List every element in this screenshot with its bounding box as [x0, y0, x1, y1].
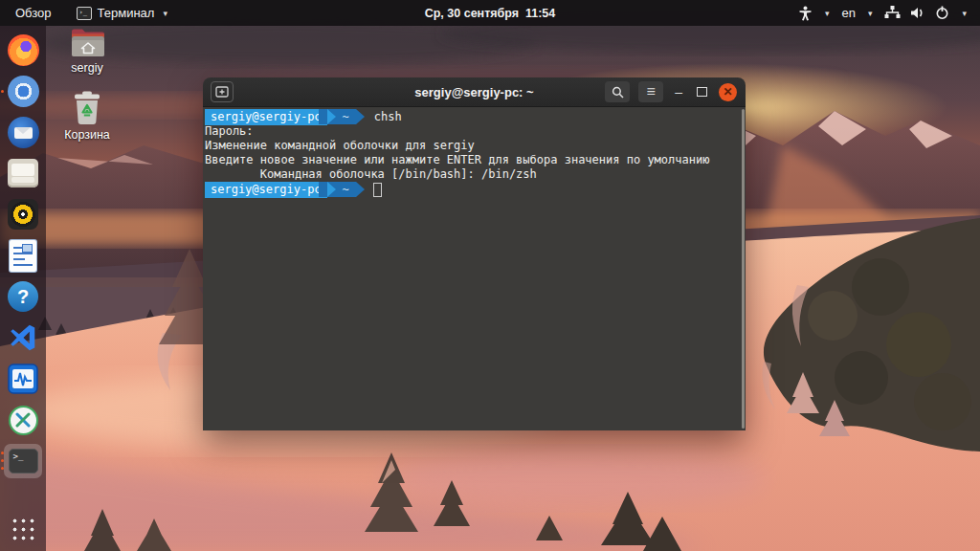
files-icon [8, 159, 38, 187]
dock-item-libreoffice-writer[interactable] [4, 238, 42, 273]
trash-icon [71, 91, 103, 125]
top-bar: Обзор ›_ Терминал ▾ Ср, 30 сентября 11:5… [0, 0, 980, 26]
dock: ? >_ [0, 26, 46, 551]
activities-label: Обзор [15, 6, 52, 20]
clock[interactable]: Ср, 30 сентября 11:54 [425, 7, 556, 20]
terminal-window: sergiy@sergiy-pc: ~ ≡ – ✕ sergiy@sergiy-… [203, 77, 746, 430]
close-icon: ✕ [723, 85, 732, 99]
chevron-down-icon: ▾ [163, 9, 167, 18]
thunderbird-icon [8, 117, 39, 148]
scrollbar-thumb[interactable] [742, 109, 746, 429]
command-text: chsh [374, 110, 402, 123]
terminal-content[interactable]: sergiy@sergiy-pc ~ chsh Пароль: Изменени… [203, 107, 746, 430]
chevron-down-icon: ▾ [825, 9, 830, 18]
terminal-output-line: Командная оболочка [/bin/bash]: /bin/zsh [205, 167, 736, 182]
volume-icon [910, 6, 925, 20]
prompt-user-host: sergiy@sergiy-pc [205, 182, 327, 198]
network-icon [884, 6, 901, 20]
help-question-icon: ? [8, 281, 38, 312]
x-app-icon [9, 406, 38, 435]
dock-item-files[interactable] [4, 156, 42, 190]
hamburger-menu-icon: ≡ [647, 83, 656, 100]
activities-button[interactable]: Обзор [0, 0, 67, 26]
keyboard-layout-label: en [841, 6, 855, 20]
chromium-icon [8, 76, 39, 107]
prompt-arrow-icon [327, 182, 336, 197]
scrollbar-track [740, 107, 746, 430]
dock-item-firefox[interactable] [4, 33, 42, 67]
desktop-icon-trash[interactable]: Корзина [56, 91, 119, 142]
chevron-down-icon: ▾ [962, 9, 967, 18]
chevron-down-icon: ▾ [868, 9, 873, 18]
prompt-path: ~ [336, 183, 356, 197]
prompt-arrow-icon [356, 109, 365, 124]
terminal-output-line: Пароль: [205, 124, 736, 139]
desktop-icon-home[interactable]: sergiy [56, 28, 119, 75]
vscode-icon [9, 323, 37, 352]
new-tab-icon [215, 86, 229, 98]
prompt-arrow-icon [356, 182, 365, 197]
terminal-output-line: Введите новое значение или нажмите ENTER… [205, 153, 736, 167]
prompt-arrow-icon [327, 109, 336, 124]
prompt-path: ~ [336, 110, 356, 124]
home-folder-icon [69, 28, 105, 58]
firefox-icon [8, 34, 39, 66]
prompt-line: sergiy@sergiy-pc ~ [205, 182, 736, 197]
minimize-button[interactable]: – [672, 84, 685, 99]
show-applications-button[interactable] [11, 517, 35, 541]
power-icon [935, 6, 949, 20]
accessibility-person-icon [798, 6, 813, 21]
search-button[interactable] [605, 81, 630, 102]
maximize-button[interactable] [697, 87, 707, 97]
speaker-icon [8, 199, 38, 230]
terminal-titlebar[interactable]: sergiy@sergiy-pc: ~ ≡ – ✕ [203, 77, 746, 107]
menu-button[interactable]: ≡ [638, 81, 663, 102]
dock-item-thunderbird[interactable] [4, 115, 42, 149]
system-status-menu[interactable]: ▾ [884, 6, 967, 20]
keyboard-layout-menu[interactable]: en ▾ [841, 6, 872, 20]
terminal-output-line: Изменение командной оболочки для sergiy [205, 139, 736, 153]
dock-item-help[interactable]: ? [4, 279, 42, 314]
close-button[interactable]: ✕ [719, 83, 737, 101]
search-icon [612, 86, 624, 99]
desktop-icon-label: sergiy [56, 61, 119, 75]
prompt-user-host: sergiy@sergiy-pc [205, 109, 327, 125]
dock-item-rhythmbox[interactable] [4, 197, 42, 231]
terminal-icon: >_ [9, 449, 38, 474]
prompt-line: sergiy@sergiy-pc ~ chsh [205, 109, 736, 124]
dock-item-vscode[interactable] [4, 320, 42, 355]
app-menu-label: Терминал [98, 6, 155, 20]
system-monitor-icon [8, 364, 38, 394]
new-tab-button[interactable] [211, 81, 234, 102]
dock-item-x-app[interactable] [4, 403, 42, 437]
writer-document-icon [10, 240, 36, 272]
dock-item-system-monitor[interactable] [4, 362, 42, 396]
desktop-icon-label: Корзина [56, 128, 119, 142]
terminal-mini-icon: ›_ [77, 7, 92, 20]
terminal-cursor [373, 183, 382, 197]
dock-item-chromium[interactable] [4, 74, 42, 108]
window-title: sergiy@sergiy-pc: ~ [414, 85, 533, 99]
dock-item-terminal[interactable]: >_ [4, 444, 42, 478]
accessibility-menu[interactable]: ▾ [798, 6, 830, 21]
app-menu-terminal[interactable]: ›_ Терминал ▾ [67, 0, 177, 26]
running-indicator-dot [1, 90, 4, 93]
